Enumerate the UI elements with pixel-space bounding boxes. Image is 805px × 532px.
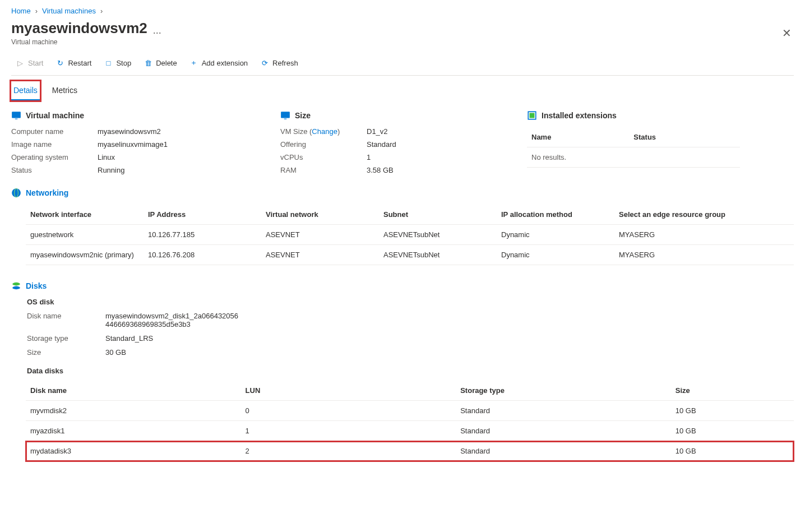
net-alloc: Dynamic [497,245,614,265]
delete-button[interactable]: 🗑 Delete [139,56,182,70]
svg-point-8 [12,283,20,286]
net-vnet: ASEVNET [261,225,379,245]
diskname: myasewindowsvm2_disk1_2a0664320564466693… [105,312,240,329]
dd-size: 10 GB [671,421,794,441]
dd-size: 10 GB [671,401,794,421]
delete-label: Delete [156,59,177,67]
refresh-button[interactable]: ⟳ Refresh [256,56,303,70]
section-disks: Disks OS disk Disk name myasewindowsvm2_… [11,281,794,461]
svg-rect-3 [284,119,287,119]
svg-rect-2 [281,112,290,118]
vm-computer-name-label: Computer name [11,127,90,136]
net-alloc: Dynamic [497,225,614,245]
chevron-right-icon: › [100,7,103,15]
close-button[interactable]: ✕ [780,24,794,42]
restart-icon: ↻ [55,58,64,67]
dd-st: Standard [456,401,671,421]
diskname-label: Disk name [27,312,105,329]
osdisk-header: OS disk [11,298,794,306]
net-subnet: ASEVNETsubNet [379,225,497,245]
globe-icon [11,188,21,198]
ext-col-name: Name [527,127,629,147]
net-rg: MYASERG [614,245,794,265]
disks-header-link[interactable]: Disks [26,281,47,290]
tab-metrics[interactable]: Metrics [50,81,80,100]
ext-header: Installed extensions [542,111,617,120]
disks-icon [11,281,21,291]
change-size-link[interactable]: Change [312,127,337,136]
vm-image-name-label: Image name [11,140,90,149]
data-disk-row: myvmdisk2 0 Standard 10 GB [26,401,794,421]
net-vnet: ASEVNET [261,245,379,265]
monitor-icon [11,110,21,121]
addext-label: Add extension [202,59,248,67]
stop-icon: □ [104,58,113,67]
net-row: guestnetwork 10.126.77.185 ASEVNET ASEVN… [26,225,794,245]
svg-point-9 [12,286,20,290]
dd-size: 10 GB [671,441,794,461]
svg-rect-5 [530,113,535,118]
tab-details[interactable]: Details [11,81,40,100]
stop-button[interactable]: □ Stop [99,56,136,70]
svg-rect-1 [15,119,18,119]
ext-empty: No results. [527,147,740,168]
vm-computer-name: myasewindowsvm2 [98,127,247,136]
breadcrumb-vms[interactable]: Virtual machines [42,7,96,15]
trash-icon: 🗑 [144,58,152,67]
dd-col-name: Disk name [26,381,241,401]
more-actions-button[interactable]: ··· [153,27,161,39]
net-ip: 10.126.76.208 [144,245,261,265]
vm-os-label: Operating system [11,153,90,161]
dd-st: Standard [456,441,671,461]
dd-lun: 0 [241,401,456,421]
net-rg: MYASERG [614,225,794,245]
vm-os: Linux [98,153,247,161]
vcpus-label: vCPUs [280,153,359,161]
offering: Standard [367,140,434,149]
dd-col-lun: LUN [241,381,456,401]
dd-lun: 2 [241,441,456,461]
restart-label: Restart [68,59,91,67]
vcpus: 1 [367,153,434,161]
refresh-label: Refresh [272,59,298,67]
vm-header: Virtual machine [26,111,84,120]
dd-name: myvmdisk2 [26,401,241,421]
tab-bar: Details Metrics [11,81,794,100]
start-button: ▷ Start [11,56,48,70]
page-title: myasewindowsvm2 [11,20,147,37]
net-col-vnet: Virtual network [261,205,379,225]
ram: 3.58 GB [367,166,434,174]
net-col-nic: Network interface [26,205,144,225]
chevron-right-icon: › [35,7,38,15]
dd-st: Standard [456,421,671,441]
restart-button[interactable]: ↻ Restart [51,56,96,70]
net-col-alloc: IP allocation method [497,205,614,225]
section-networking: Networking Network interface IP Address … [11,188,794,265]
ext-col-status: Status [629,127,740,147]
svg-point-6 [12,188,21,197]
vm-image-name: myaselinuxvmimage1 [98,140,247,149]
data-disk-row: myazdisk1 1 Standard 10 GB [26,421,794,441]
size-header: Size [295,111,311,120]
start-label: Start [28,59,43,67]
play-icon: ▷ [16,58,25,67]
data-disk-row-highlighted: mydatadisk3 2 Standard 10 GB [26,441,794,461]
networking-header-link[interactable]: Networking [26,188,68,197]
add-extension-button[interactable]: ＋ Add extension [185,56,252,70]
datadisks-header: Data disks [11,367,794,375]
command-bar: ▷ Start ↻ Restart □ Stop 🗑 Delete ＋ Add … [11,56,794,76]
page-subtitle: Virtual machine [11,38,147,46]
card-virtual-machine: Virtual machine Computer name myasewindo… [11,110,247,174]
breadcrumb-home[interactable]: Home [11,7,31,15]
stop-label: Stop [116,59,131,67]
dd-col-size: Size [671,381,794,401]
dd-name: myazdisk1 [26,421,241,441]
svg-rect-0 [12,112,21,118]
net-ip: 10.126.77.185 [144,225,261,245]
storagetype: Standard_LRS [105,334,240,343]
net-col-subnet: Subnet [379,205,497,225]
net-nic: guestnetwork [26,225,144,245]
card-size: Size VM Size (Change) D1_v2 Offering Sta… [280,110,493,174]
storagetype-label: Storage type [27,334,105,343]
extension-icon [527,110,537,121]
